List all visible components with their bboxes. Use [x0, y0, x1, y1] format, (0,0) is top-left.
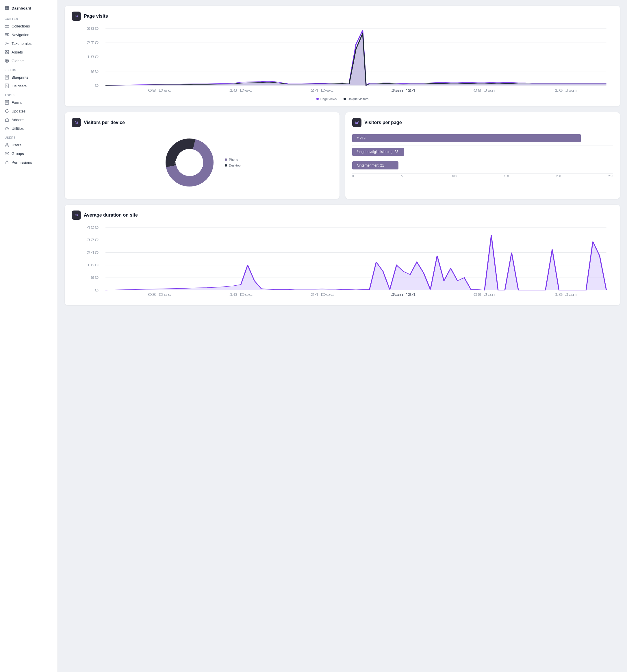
svg-text:80: 80: [91, 276, 99, 280]
dashboard-label: Dashboard: [11, 6, 31, 10]
sidebar-item-utilities[interactable]: Utilities: [0, 124, 57, 133]
unique-visitors-dot: [344, 98, 346, 100]
svg-text:160: 160: [86, 263, 99, 267]
svg-rect-16: [6, 102, 8, 103]
sidebar-item-updates[interactable]: Updates: [0, 107, 57, 115]
svg-text:33.9%: 33.9%: [175, 161, 184, 165]
svg-rect-13: [6, 85, 7, 86]
svg-text:24 Dec: 24 Dec: [310, 293, 334, 296]
sidebar-item-globals[interactable]: Globals: [0, 56, 57, 65]
main-content: fa/ Page visits 360 270 180 90 0 08 Dec …: [58, 0, 627, 672]
groups-label: Groups: [11, 151, 24, 156]
collections-icon: [5, 24, 9, 28]
svg-text:0: 0: [95, 83, 99, 87]
sidebar-item-users[interactable]: Users: [0, 141, 57, 149]
svg-point-17: [7, 120, 7, 121]
fa-badge-duration: fa/: [72, 211, 81, 220]
svg-rect-8: [5, 50, 9, 54]
svg-text:270: 270: [86, 41, 99, 45]
donut-svg: 33.9% 66.1%: [164, 137, 216, 189]
svg-point-9: [6, 51, 7, 52]
sidebar-item-groups[interactable]: Groups: [0, 149, 57, 158]
svg-text:16 Jan: 16 Jan: [554, 293, 577, 296]
sidebar-item-blueprints[interactable]: Blueprints: [0, 73, 57, 81]
avg-duration-card: fa/ Average duration on site 400 320 240…: [65, 205, 620, 305]
svg-text:90: 90: [91, 69, 99, 73]
svg-point-18: [6, 127, 8, 129]
sidebar-item-taxonomies[interactable]: Taxonomies: [0, 39, 57, 48]
donut-chart-container: 33.9% 66.1% Phone Desktop: [72, 132, 332, 193]
avg-duration-title: Average duration on site: [84, 213, 138, 218]
sidebar-item-permissions[interactable]: Permissions: [0, 158, 57, 167]
assets-icon: [5, 50, 9, 54]
fa-badge-device: fa/: [72, 118, 81, 127]
blueprints-icon: [5, 75, 9, 79]
svg-text:360: 360: [86, 27, 99, 31]
page-visits-svg: 360 270 180 90 0 08 Dec 16 Dec 24 Dec Ja…: [72, 25, 613, 95]
bar-x-axis: 0 50 100 150 200 250: [352, 173, 613, 179]
svg-text:24 Dec: 24 Dec: [310, 89, 334, 92]
svg-text:08 Dec: 08 Dec: [148, 293, 172, 296]
phone-dot: [225, 159, 227, 161]
navigation-icon: [5, 32, 9, 37]
svg-rect-1: [7, 6, 9, 8]
page-visits-chart: 360 270 180 90 0 08 Dec 16 Dec 24 Dec Ja…: [72, 25, 613, 95]
forms-icon: [5, 100, 9, 105]
permissions-label: Permissions: [11, 160, 32, 165]
sidebar-item-assets[interactable]: Assets: [0, 48, 57, 56]
section-label-users: USERS: [0, 133, 57, 141]
svg-text:400: 400: [86, 225, 99, 229]
svg-rect-5: [5, 26, 9, 27]
legend-phone: Phone: [225, 158, 241, 161]
users-icon: [5, 143, 9, 147]
taxonomies-label: Taxonomies: [11, 41, 31, 46]
fieldsets-icon: [5, 83, 9, 88]
globals-label: Globals: [11, 59, 24, 63]
svg-rect-15: [6, 101, 8, 102]
legend-unique-visitors: Unique visitors: [344, 97, 369, 101]
svg-text:Jan '24: Jan '24: [391, 293, 416, 296]
svg-point-19: [6, 143, 8, 145]
visitors-page-card: fa/ Visitors per page /: 219: [345, 112, 620, 199]
addons-label: Addons: [11, 118, 24, 122]
fa-badge-page-visits: fa/: [72, 11, 81, 21]
navigation-label: Navigation: [11, 33, 29, 37]
desktop-dot: [225, 164, 227, 167]
fieldsets-label: Fieldsets: [11, 84, 27, 88]
addons-icon: [5, 117, 9, 122]
donut-legend: Phone Desktop: [225, 158, 241, 167]
sidebar-item-forms[interactable]: Forms: [0, 98, 57, 107]
permissions-icon: [5, 160, 9, 165]
utilities-label: Utilities: [11, 126, 24, 131]
svg-rect-6: [5, 27, 9, 28]
groups-icon: [5, 151, 9, 156]
section-label-content: CONTENT: [0, 14, 57, 22]
svg-text:66.1%: 66.1%: [193, 164, 203, 168]
sidebar-item-addons[interactable]: Addons: [0, 115, 57, 124]
users-label: Users: [11, 143, 21, 147]
svg-text:320: 320: [86, 238, 99, 242]
svg-point-20: [5, 152, 7, 153]
forms-label: Forms: [11, 100, 22, 105]
page-visits-card: fa/ Page visits 360 270 180 90 0 08 Dec …: [65, 6, 620, 106]
visitors-device-card: fa/ Visitors per device 33.9% 66.1%: [65, 112, 340, 199]
bar-item-2: /angebot/digitalisierung: 23: [352, 148, 613, 156]
sidebar-item-navigation[interactable]: Navigation: [0, 30, 57, 39]
page-visits-title: Page visits: [84, 14, 108, 19]
page-views-dot: [317, 98, 319, 100]
svg-rect-2: [5, 8, 7, 10]
globals-icon: [5, 58, 9, 63]
taxonomies-icon: [5, 41, 9, 46]
svg-text:Jan '24: Jan '24: [391, 89, 416, 92]
svg-rect-4: [5, 24, 9, 25]
svg-text:16 Dec: 16 Dec: [229, 293, 253, 296]
sidebar-item-dashboard[interactable]: Dashboard: [0, 3, 57, 14]
bar-chart: /: 219 /angebot/digitalisierung: 23: [352, 132, 613, 179]
svg-point-21: [7, 152, 9, 153]
svg-text:08 Jan: 08 Jan: [473, 89, 496, 92]
sidebar-item-collections[interactable]: Collections: [0, 22, 57, 30]
fa-badge-page: fa/: [352, 118, 361, 127]
sidebar-item-fieldsets[interactable]: Fieldsets: [0, 81, 57, 90]
section-label-fields: FIELDS: [0, 65, 57, 73]
updates-label: Updates: [11, 109, 25, 113]
